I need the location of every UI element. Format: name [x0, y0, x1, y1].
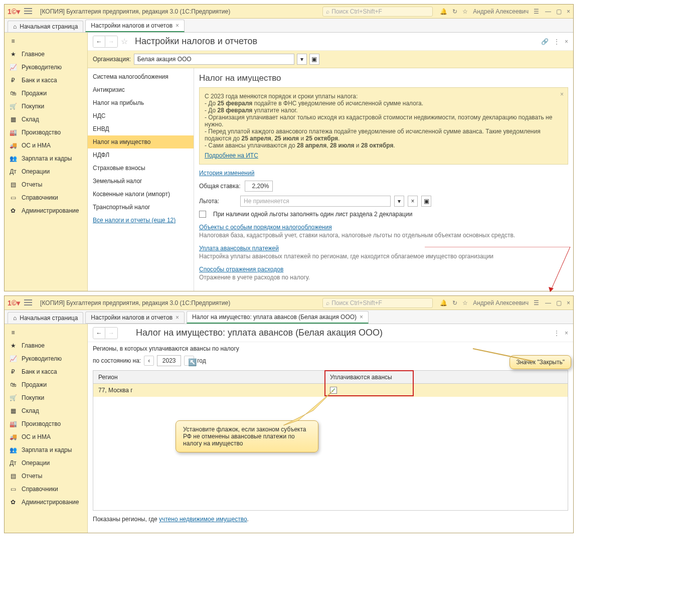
footer-link[interactable]: учтено недвижимое имущество [159, 516, 247, 523]
sidebar-item-8[interactable]: 👥Зарплата и кадры [5, 152, 87, 165]
sidebar-item-9[interactable]: ДтОперации [5, 165, 87, 178]
tab-avans[interactable]: Налог на имущество: уплата авансов (Бела… [187, 311, 369, 324]
sidebar-item-6[interactable]: 🏭Производство [5, 417, 87, 430]
tax-item-5[interactable]: Налог на имущество [88, 135, 194, 148]
org-dropdown-button[interactable]: ▾ [297, 54, 307, 65]
close-page-button[interactable]: × [565, 330, 568, 337]
maximize-button[interactable]: ▢ [556, 8, 562, 15]
sidebar-item-3[interactable]: 🛍Продажи [5, 378, 87, 391]
close-tab-icon[interactable] [176, 22, 179, 29]
maximize-button[interactable]: ▢ [556, 299, 562, 306]
minimize-button[interactable]: — [545, 8, 551, 15]
asof-label: по состоянию на: [93, 357, 141, 364]
close-button[interactable]: × [567, 8, 570, 15]
tax-item-3[interactable]: НДС [88, 109, 194, 122]
avans-link[interactable]: Уплата авансовых платежей [199, 245, 279, 252]
benefit-select[interactable]: Не применяется [240, 196, 391, 207]
sidebar-item-10[interactable]: ▤Отчеты [5, 470, 87, 483]
sidebar-item-7[interactable]: 🚚ОС и НМА [5, 139, 87, 152]
tax-item-10[interactable]: Транспортный налог [88, 201, 194, 214]
tabbar-2: ⌂ Начальная страница Настройки налогов и… [5, 310, 573, 324]
close-button[interactable]: × [567, 299, 570, 306]
settings-icon[interactable]: ☰ [534, 299, 539, 306]
sidebar-label: Склад [22, 407, 39, 414]
tab-settings[interactable]: Настройки налогов и отчетов [85, 20, 185, 32]
tax-item-8[interactable]: Земельный налог [88, 175, 194, 188]
sidebar-item-8[interactable]: 👥Зарплата и кадры [5, 443, 87, 456]
home-tab[interactable]: ⌂ Начальная страница [8, 312, 83, 324]
info-close-icon[interactable]: × [560, 91, 564, 98]
burger-icon[interactable] [24, 8, 33, 15]
sidebar-item-12[interactable]: ✿Администрирование [5, 496, 87, 509]
settings-icon[interactable]: ☰ [534, 8, 539, 15]
all-taxes-link[interactable]: Все налоги и отчеты (еще 12) [88, 214, 194, 227]
sidebar-item-4[interactable]: 🛒Покупки [5, 100, 87, 113]
tax-item-9[interactable]: Косвенные налоги (импорт) [88, 188, 194, 201]
sidebar-item-1[interactable]: 📈Руководителю [5, 61, 87, 74]
burger-icon[interactable] [24, 299, 33, 306]
more-icon[interactable]: ⋮ [554, 38, 560, 45]
home-tab[interactable]: ⌂ Начальная страница [8, 21, 83, 32]
sidebar-item-2[interactable]: ₽Банк и касса [5, 365, 87, 378]
tax-item-1[interactable]: Антикризис [88, 83, 194, 96]
nav-forward-button[interactable]: → [105, 36, 117, 47]
sidebar-item-12[interactable]: ✿Администрирование [5, 204, 87, 217]
sidebar-burger[interactable]: ≡ [5, 35, 87, 48]
tax-item-6[interactable]: НДФЛ [88, 148, 194, 162]
search-input[interactable]: Поиск Ctrl+Shift+F [322, 298, 433, 308]
nav-back-button[interactable]: ← [93, 36, 105, 47]
sidebar-item-7[interactable]: 🚚ОС и НМА [5, 430, 87, 443]
sidebar-item-5[interactable]: ▦Склад [5, 113, 87, 126]
sidebar-item-0[interactable]: ★Главное [5, 48, 87, 61]
history-link[interactable]: История изменений [199, 170, 254, 177]
more-its-link[interactable]: Подробнее на ИТС [205, 152, 258, 159]
tax-item-2[interactable]: Налог на прибыль [88, 96, 194, 109]
minimize-button[interactable]: — [545, 299, 551, 306]
history-icon[interactable]: ↻ [452, 299, 457, 306]
tax-item-7[interactable]: Страховые взносы [88, 162, 194, 175]
sidebar-item-2[interactable]: ₽Банк и касса [5, 74, 87, 87]
tab-settings-inactive[interactable]: Настройки налогов и отчетов [85, 312, 185, 324]
org-input[interactable]: Белая акация ООО [134, 54, 294, 65]
tax-item-0[interactable]: Система налогообложения [88, 70, 194, 83]
rate-input[interactable]: 2,20% [245, 181, 273, 192]
sidebar-burger[interactable]: ≡ [5, 326, 87, 339]
nav-back-button[interactable]: ← [93, 328, 105, 339]
org-open-button[interactable]: ▣ [309, 54, 319, 65]
sidebar-item-1[interactable]: 📈Руководителю [5, 352, 87, 365]
close-tab-icon[interactable] [176, 314, 179, 321]
benefit-open-button[interactable]: ▣ [421, 196, 431, 207]
year-prev-button[interactable]: ‹ [144, 356, 154, 366]
user-name[interactable]: Андрей Алексеевич [473, 299, 529, 306]
link-out-icon[interactable]: 🔗 [541, 38, 549, 45]
favorite-button[interactable] [121, 37, 128, 46]
bell-icon[interactable]: 🔔 [440, 8, 447, 15]
bell-icon[interactable]: 🔔 [440, 299, 447, 306]
star-icon[interactable]: ☆ [462, 8, 468, 15]
sidebar-item-5[interactable]: ▦Склад [5, 404, 87, 417]
benefit-clear-button[interactable]: × [408, 196, 418, 207]
history-icon[interactable]: ↻ [452, 8, 457, 15]
user-name[interactable]: Андрей Алексеевич [473, 8, 529, 15]
tax-detail: Налог на имущество × С 2023 года меняютс… [194, 68, 573, 291]
close-page-button[interactable]: × [565, 38, 568, 45]
year-input[interactable]: 2023 [157, 355, 181, 366]
sidebar-item-0[interactable]: ★Главное [5, 339, 87, 352]
close-tab-icon[interactable] [360, 314, 363, 321]
sidebar-item-4[interactable]: 🛒Покупки [5, 391, 87, 404]
sidebar-item-6[interactable]: 🏭Производство [5, 126, 87, 139]
single-sheet-checkbox[interactable] [199, 211, 206, 218]
expense-link[interactable]: Способы отражения расходов [199, 266, 283, 273]
more-icon[interactable]: ⋮ [554, 330, 560, 337]
sidebar-item-10[interactable]: ▤Отчеты [5, 178, 87, 191]
sidebar-item-3[interactable]: 🛍Продажи [5, 87, 87, 100]
tax-item-4[interactable]: ЕНВД [88, 122, 194, 135]
sidebar-item-11[interactable]: ▭Справочники [5, 191, 87, 204]
search-input[interactable]: Поиск Ctrl+Shift+F [322, 7, 433, 17]
objects-link[interactable]: Объекты с особым порядком налогообложени… [199, 224, 332, 231]
star-icon[interactable]: ☆ [462, 299, 468, 306]
sidebar-item-9[interactable]: ДтОперации [5, 456, 87, 470]
benefit-dropdown-button[interactable]: ▾ [394, 196, 404, 207]
nav-forward-button[interactable]: → [105, 328, 117, 339]
sidebar-item-11[interactable]: ▭Справочники [5, 483, 87, 496]
